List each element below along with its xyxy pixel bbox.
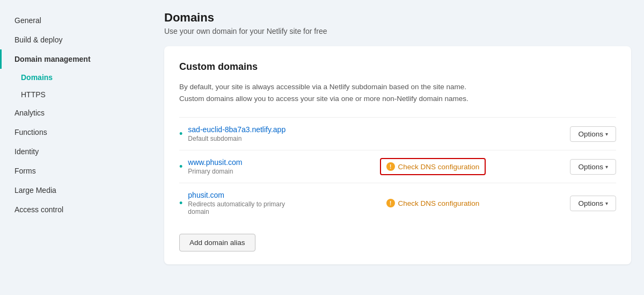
card-description: By default, your site is always accessib… (179, 81, 616, 104)
domain-name-link[interactable]: sad-euclid-8ba7a3.netlify.app (188, 125, 286, 134)
domain-name-link[interactable]: phusit.com (188, 191, 224, 199)
warning-icon: ! (386, 199, 395, 207)
sidebar: GeneralBuild & deployDomain managementDo… (0, 0, 151, 295)
domain-bullet-icon: • (179, 162, 182, 171)
sidebar-item-access-control[interactable]: Access control (0, 200, 151, 219)
add-domain-alias-button[interactable]: Add domain alias (179, 234, 255, 251)
check-dns-button[interactable]: !Check DNS configuration (381, 196, 485, 211)
domain-label: Redirects automatically to primary domai… (188, 200, 295, 215)
options-label: Options (578, 130, 603, 138)
chevron-down-icon: ▾ (605, 131, 608, 137)
domain-list: •sad-euclid-8ba7a3.netlify.appDefault su… (179, 117, 616, 223)
page-subtitle: Use your own domain for your Netlify sit… (164, 27, 631, 35)
domain-row: •www.phusit.comPrimary domain!Check DNS … (179, 150, 616, 183)
domain-row: •phusit.comRedirects automatically to pr… (179, 183, 616, 223)
sidebar-item-functions[interactable]: Functions (0, 123, 151, 142)
check-dns-label: Check DNS configuration (398, 199, 480, 207)
domain-name-link[interactable]: www.phusit.com (188, 158, 242, 167)
sidebar-item-analytics[interactable]: Analytics (0, 103, 151, 123)
options-button[interactable]: Options▾ (570, 196, 616, 211)
sidebar-item-large-media[interactable]: Large Media (0, 181, 151, 200)
chevron-down-icon: ▾ (605, 200, 608, 206)
main-content: Domains Use your own domain for your Net… (151, 0, 644, 295)
sidebar-item-general[interactable]: General (0, 11, 151, 30)
options-label: Options (578, 199, 603, 207)
domain-bullet-icon: • (179, 198, 182, 208)
sidebar-subitem-https[interactable]: HTTPS (0, 86, 151, 103)
custom-domains-card: Custom domains By default, your site is … (164, 46, 631, 264)
chevron-down-icon: ▾ (605, 164, 608, 170)
options-label: Options (578, 163, 603, 171)
domain-row: •sad-euclid-8ba7a3.netlify.appDefault su… (179, 118, 616, 150)
domain-label: Primary domain (188, 168, 295, 175)
options-button[interactable]: Options▾ (570, 126, 616, 142)
check-dns-label: Check DNS configuration (398, 163, 480, 171)
page-title: Domains (164, 11, 631, 25)
domain-bullet-icon: • (179, 129, 182, 139)
sidebar-subitem-domains[interactable]: Domains (0, 69, 151, 86)
sidebar-item-domain-management[interactable]: Domain management (0, 49, 151, 69)
domain-label: Default subdomain (188, 135, 295, 142)
warning-icon: ! (386, 162, 395, 171)
options-button[interactable]: Options▾ (570, 159, 616, 175)
sidebar-item-identity[interactable]: Identity (0, 142, 151, 161)
check-dns-button[interactable]: !Check DNS configuration (380, 158, 486, 175)
sidebar-item-forms[interactable]: Forms (0, 161, 151, 181)
sidebar-item-build-deploy[interactable]: Build & deploy (0, 30, 151, 49)
card-title: Custom domains (179, 61, 616, 73)
